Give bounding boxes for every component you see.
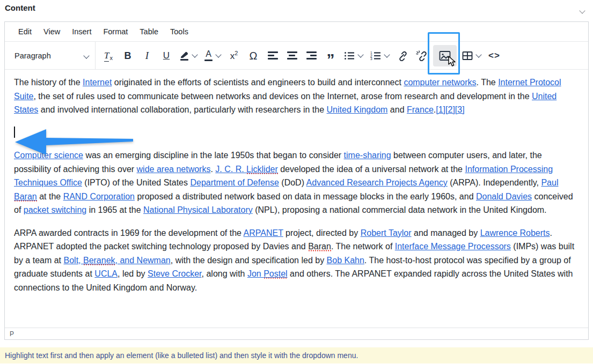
chevron-down-icon [192, 51, 197, 57]
content-link[interactable]: Steve Crocker [148, 269, 201, 278]
source-code-button[interactable]: <> [486, 46, 502, 66]
clear-formatting-icon: Tx [104, 50, 113, 61]
content-text: . [210, 165, 215, 174]
remove-link-button[interactable] [414, 46, 430, 66]
paragraph: The history of the Internet originated i… [14, 76, 579, 117]
menu-format[interactable]: Format [97, 25, 134, 39]
bulleted-list-button[interactable] [342, 46, 365, 66]
content-text: at the [37, 192, 63, 201]
content-link[interactable]: computer networks [404, 78, 476, 87]
superscript-icon: x2 [230, 50, 238, 62]
content-text: (ARPA). Independently, [448, 178, 541, 187]
chevron-down-icon [215, 51, 221, 57]
block-format-select[interactable]: Paragraph [9, 48, 94, 63]
superscript-button[interactable]: x2 [226, 46, 242, 66]
align-center-button[interactable] [284, 46, 300, 66]
content-link[interactable]: UCLA [94, 269, 118, 278]
content-link[interactable]: Paul [541, 178, 558, 187]
numbered-list-button[interactable]: 1 2 3 [368, 46, 391, 66]
unlink-icon [416, 50, 428, 61]
editor-toolbar: Paragraph Tx B I U [5, 42, 588, 70]
menu-view[interactable]: View [38, 25, 66, 39]
content-link[interactable]: France [407, 105, 434, 114]
content-link[interactable]: , and Newman [115, 256, 171, 265]
content-text: developed the idea of a universal networ… [278, 165, 465, 174]
content-text: in 1965 at the [86, 205, 143, 214]
content-link[interactable]: Department of Defense [190, 178, 279, 187]
content-link[interactable]: RAND Corporation [63, 192, 135, 201]
italic-button[interactable]: I [139, 46, 155, 66]
content-text: (DoD) [279, 178, 306, 187]
paragraph: ARPA awarded contracts in 1969 for the d… [14, 226, 579, 295]
clear-formatting-button[interactable]: Tx [100, 46, 116, 66]
mouse-cursor-icon [448, 56, 456, 67]
content-link[interactable]: Baran [14, 192, 37, 202]
text-color-button[interactable]: A [202, 46, 223, 66]
content-link[interactable]: Postel [263, 269, 287, 279]
content-link[interactable]: Jon [247, 269, 263, 278]
content-link[interactable]: [2] [445, 105, 455, 114]
content-link[interactable]: Lawrence Roberts [480, 228, 550, 237]
content-text: and [387, 105, 407, 114]
content-text: The history of the [14, 78, 83, 87]
bold-button[interactable]: B [120, 46, 136, 66]
help-notice: Highlight text first and then apply an e… [0, 347, 593, 363]
content-link[interactable]: Bolt, [64, 256, 83, 265]
chevron-down-icon [357, 51, 363, 57]
content-text: project, directed by [283, 228, 361, 237]
content-link[interactable]: Licklider [246, 165, 278, 174]
menu-table[interactable]: Table [134, 25, 164, 39]
content-link[interactable]: Computer science [14, 151, 83, 160]
toolbar-divider [95, 42, 96, 69]
empty-paragraph [14, 126, 579, 140]
bold-icon: B [125, 51, 131, 61]
table-button[interactable] [460, 46, 483, 66]
align-right-button[interactable] [303, 46, 319, 66]
blockquote-icon: ” [327, 58, 335, 61]
menu-edit[interactable]: Edit [12, 25, 38, 39]
underline-icon: U [163, 51, 170, 60]
chevron-down-icon [83, 53, 89, 58]
element-path[interactable]: P [10, 330, 14, 338]
content-link[interactable]: time-sharing [344, 151, 391, 160]
content-link[interactable]: Internet [83, 78, 112, 87]
content-text: . The [477, 78, 499, 87]
content-link[interactable]: National Physical Laboratory [143, 205, 253, 214]
content-link[interactable]: [3] [455, 105, 465, 114]
content-link[interactable]: packet switching [24, 205, 86, 214]
content-link[interactable]: Advanced Research Projects Agency [306, 178, 448, 187]
collapse-panel-button[interactable] [580, 5, 588, 13]
content-link[interactable]: Donald Davies [476, 192, 532, 201]
insert-link-button[interactable] [394, 46, 411, 66]
special-character-button[interactable]: Ω [245, 46, 261, 66]
table-icon [462, 51, 473, 61]
editable-content-area[interactable]: The history of the Internet originated i… [5, 70, 588, 328]
insert-image-wrapper [431, 45, 458, 66]
chevron-down-icon [384, 51, 390, 57]
content-link[interactable]: [1] [436, 105, 445, 114]
content-link[interactable]: United Kingdom [327, 105, 388, 114]
content-link[interactable]: Interface Message Processors [395, 242, 511, 251]
content-text: (NPL), proposing a national commercial d… [253, 205, 547, 214]
underline-button[interactable]: U [158, 46, 174, 66]
italic-icon: I [145, 50, 149, 61]
content-text: and managed by [412, 228, 480, 237]
content-text: was an emerging discipline in the late 1… [83, 151, 344, 160]
content-text: . The network of [331, 242, 395, 251]
menu-insert[interactable]: Insert [66, 25, 97, 39]
block-format-value: Paragraph [14, 51, 51, 60]
align-left-button[interactable] [265, 46, 281, 66]
content-link[interactable]: wide area networks [137, 165, 211, 174]
content-link[interactable]: Bob Kahn [327, 256, 364, 265]
content-link[interactable]: J. C. R. [215, 165, 246, 174]
menu-tools[interactable]: Tools [164, 25, 194, 39]
chevron-down-icon [579, 8, 585, 13]
content-text: Baran [308, 242, 331, 251]
content-link[interactable]: Beranek [83, 256, 115, 265]
content-link[interactable]: Robert Taylor [361, 228, 412, 237]
align-center-icon [287, 51, 297, 60]
highlight-color-button[interactable] [178, 46, 199, 66]
content-text: , the set of rules used to communicate b… [33, 92, 532, 101]
blockquote-button[interactable]: ” [323, 46, 339, 66]
content-link[interactable]: ARPANET [244, 228, 283, 237]
